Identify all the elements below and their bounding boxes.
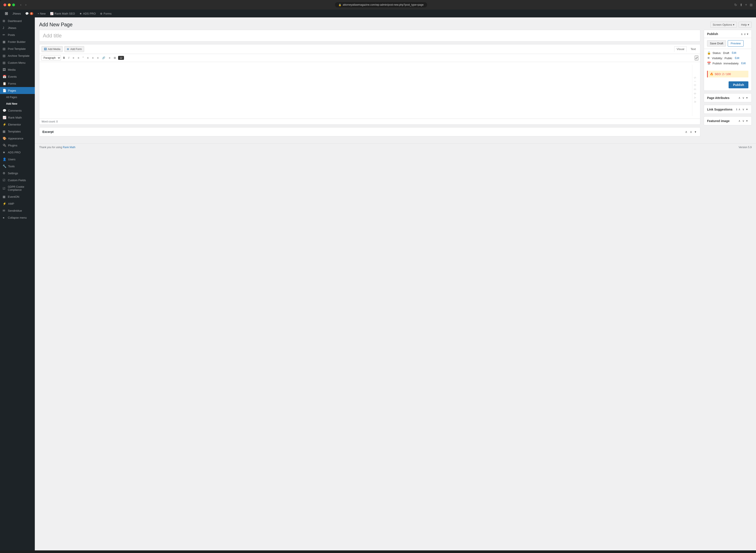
editor-content[interactable] [42,65,692,116]
page-attributes-down[interactable]: ∨ [742,96,745,100]
table-button[interactable]: ⊞ [112,56,117,60]
add-form-button[interactable]: ⊕ Add Form [64,46,84,52]
sidebar-item-amp[interactable]: ⚡ AMP [0,200,35,207]
screen-options-button[interactable]: Screen Options ▾ [710,22,737,28]
blockquote-button[interactable]: " [81,56,85,60]
visibility-edit-link[interactable]: Edit [735,57,740,60]
minimize-button[interactable] [8,3,11,6]
reload-button[interactable]: ↻ [734,3,737,7]
featured-image-up[interactable]: ∧ [738,119,741,123]
sidebar-item-custom-menu[interactable]: ▤ Custom Menu [0,59,35,66]
tab-text[interactable]: Text [688,47,698,52]
paragraph-select[interactable]: Paragraph [41,55,61,61]
sidebar-item-tools[interactable]: 🔧 Tools [0,163,35,170]
expand-editor-button[interactable]: ⤢ [695,56,698,61]
sidebar-item-sendinblue[interactable]: ✉ Sendinblue [0,207,35,214]
appearance-icon: 🎨 [3,137,6,140]
align-left-button[interactable]: ≡ [86,56,90,60]
sidebar-label-plugins: Plugins [8,144,17,147]
sidebar-item-custom-fields[interactable]: ☑ Custom Fields [0,177,35,184]
title-field[interactable]: Add title [39,30,700,42]
admin-bar-forms[interactable]: ⊕ Forms [98,10,114,17]
seo-score-row: 🔥 SEO: 2 / 100 [707,71,748,77]
link-button[interactable]: 🔗 [101,56,106,60]
admin-bar-new[interactable]: + New [35,10,48,17]
sidebar-item-archive-template[interactable]: ▤ Archive Template [0,52,35,59]
sidebar-item-ads-pro[interactable]: ★ ADS PRO [0,149,35,156]
back-button[interactable]: ‹ [19,2,23,7]
publish-time-edit-link[interactable]: Edit [741,62,746,65]
excerpt-collapse-down[interactable]: ∨ [689,130,693,134]
sidebar-item-appearance[interactable]: 🎨 Appearance [0,135,35,142]
sidebar-item-users[interactable]: 👤 Users [0,156,35,163]
admin-bar-notifications[interactable]: 💬 0 [23,10,35,17]
admin-bar-site-name[interactable]: JNews [10,10,23,17]
featured-image-toggle[interactable]: ▾ [746,119,748,123]
excerpt-metabox-header: Excerpt ∧ ∨ ▾ [39,128,700,136]
page-attributes-up[interactable]: ∧ [738,96,741,100]
link-suggestions-toggle[interactable]: ▾ [746,107,748,111]
publish-collapse-up[interactable]: ∧ [741,32,743,36]
tab-visual[interactable]: Visual [674,46,687,52]
excerpt-toggle[interactable]: ▾ [694,130,697,134]
sidebar-item-templates[interactable]: ▦ Templates [0,128,35,135]
sidebar-item-gdpr[interactable]: ☑ GDPR Cookie Compliance [0,184,35,193]
admin-bar-ads-pro[interactable]: ★ ADS PRO [77,10,98,17]
address-bar[interactable]: 🔒 attorneyatlawmagazine.com/wp-admin/pos… [335,2,427,7]
sidebar-item-post-template[interactable]: ▤ Post Template [0,45,35,52]
add-media-button[interactable]: 🖼 Add Media [41,46,63,52]
page-attributes-toggle[interactable]: ▾ [746,96,748,100]
page-title: Add New Page [39,22,72,28]
status-edit-link[interactable]: Edit [732,51,737,54]
sidebar-item-events[interactable]: 📅 Events [0,73,35,80]
grid-icon[interactable]: ⊞ [750,3,753,7]
sidebar-item-plugins[interactable]: 🔌 Plugins [0,142,35,149]
sidebar-item-dashboard[interactable]: ⊞ Dashboard [0,17,35,24]
close-button[interactable] [3,3,6,6]
number-button[interactable]: 12 [118,56,124,60]
add-tab-button[interactable]: + [745,3,747,7]
excerpt-collapse-up[interactable]: ∧ [684,130,688,134]
featured-image-down[interactable]: ∨ [742,119,745,123]
sidebar-item-forms[interactable]: 📋 Forms [0,80,35,87]
ads-pro-icon: ★ [79,12,82,15]
sidebar-item-eventon[interactable]: ▦ EventON [0,193,35,200]
rank-math-footer-link[interactable]: Rank Math [63,146,76,149]
maximize-button[interactable] [12,3,15,6]
link-suggestions-up[interactable]: ∧ [738,107,741,111]
admin-bar-rank-math[interactable]: 📈 Rank Math SEO [48,10,77,17]
publish-toggle[interactable]: ▾ [747,32,748,36]
ordered-list-button[interactable]: ≡ [76,56,80,60]
preview-button[interactable]: Preview [728,40,743,47]
sidebar-item-elementor[interactable]: ⚡ Elementor [0,121,35,128]
help-button[interactable]: Help ▾ [739,22,752,28]
sidebar-item-add-new[interactable]: Add New [0,100,35,107]
align-center-button[interactable]: ≡ [91,56,95,60]
save-draft-button[interactable]: Save Draft [707,40,726,47]
sidebar-item-pages[interactable]: 📄 Pages [0,87,35,94]
share-button[interactable]: ⬆ [740,3,743,7]
plugins-icon: 🔌 [3,144,6,147]
align-right-button[interactable]: ≡ [96,56,100,60]
sidebar-item-media[interactable]: 🖼 Media [0,66,35,73]
publish-time-row: 📅 Publish immediately Edit [707,62,748,65]
publish-button[interactable]: Publish [729,81,748,88]
admin-bar-wp-logo[interactable]: ⊞ [3,10,10,17]
sidebar-item-footer-builder[interactable]: ▦ Footer Builder [0,38,35,45]
sidebar-item-jnews[interactable]: J JNews [0,24,35,31]
link-suggestions-down[interactable]: ∨ [742,107,745,111]
sidebar-item-all-pages[interactable]: All Pages [0,94,35,100]
sidebar-label-rank-math: Rank Math [8,116,22,119]
sidebar-item-settings[interactable]: ⚙ Settings [0,170,35,177]
unordered-list-button[interactable]: ≡ [71,56,76,60]
sidebar-item-rank-math[interactable]: 📈 Rank Math [0,114,35,121]
sidebar-item-collapse[interactable]: ◂ Collapse menu [0,214,35,221]
sidebar-item-comments[interactable]: 💬 Comments [0,107,35,114]
bold-button[interactable]: B [62,56,66,60]
sidebar-item-posts[interactable]: ✏ Posts [0,31,35,38]
italic-button[interactable]: I [67,56,71,60]
publish-collapse-down[interactable]: ∨ [744,32,746,36]
kitchen-sink-button[interactable]: ≡ [107,56,111,60]
editor-body[interactable]: S I D E B A R [39,62,700,118]
forward-button[interactable]: › [24,2,28,7]
